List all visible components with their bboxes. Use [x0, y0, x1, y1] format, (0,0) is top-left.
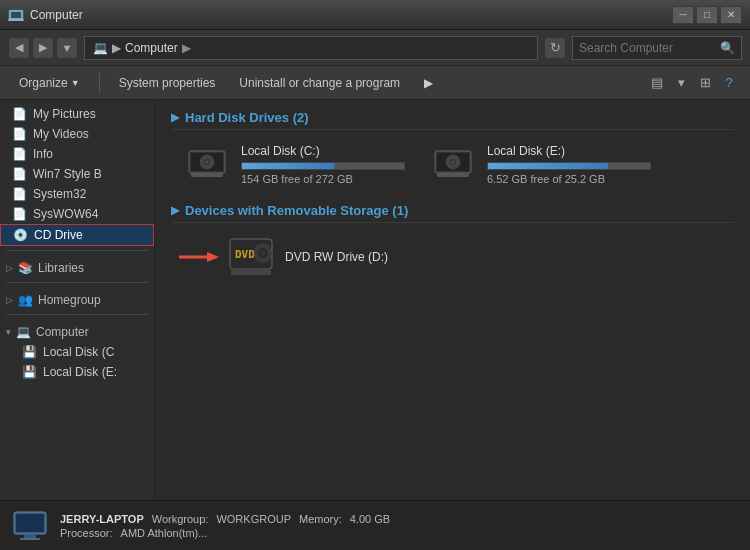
- title-bar: Computer ─ □ ✕: [0, 0, 750, 30]
- svg-rect-2: [8, 19, 24, 21]
- window-title: Computer: [30, 8, 672, 22]
- more-options-arrow: ▶: [424, 76, 433, 90]
- svg-rect-24: [24, 534, 36, 538]
- sidebar-item-my-pictures[interactable]: 📄 My Pictures: [0, 104, 154, 124]
- folder-icon: 📄: [12, 147, 28, 161]
- svg-point-7: [206, 161, 209, 164]
- svg-rect-1: [11, 12, 21, 18]
- sidebar-item-syswow64[interactable]: 📄 SysWOW64: [0, 204, 154, 224]
- forward-button[interactable]: ▶: [32, 37, 54, 59]
- disk-icon-c: [183, 144, 231, 184]
- path-root-label: ▶: [112, 41, 121, 55]
- removable-section: ▶ Devices with Removable Storage (1) DVD: [171, 203, 734, 281]
- back-button[interactable]: ◀: [8, 37, 30, 59]
- organize-button[interactable]: Organize ▼: [10, 71, 89, 95]
- sidebar-libraries[interactable]: ▷ 📚 Libraries: [0, 255, 154, 278]
- window-icon: [8, 7, 24, 23]
- sidebar-local-disk-e[interactable]: 💾 Local Disk (E:: [0, 362, 154, 382]
- homegroup-label: Homegroup: [38, 293, 101, 307]
- search-input[interactable]: [579, 41, 716, 55]
- organize-arrow: ▼: [71, 78, 80, 88]
- view-tiles-button[interactable]: ⊞: [694, 72, 716, 94]
- svg-point-20: [262, 252, 264, 254]
- dvd-drive-label: DVD RW Drive (D:): [285, 250, 388, 264]
- navigation-buttons: ◀ ▶ ▼: [8, 37, 78, 59]
- uninstall-label: Uninstall or change a program: [239, 76, 400, 90]
- computer-icon: 💻: [16, 325, 31, 339]
- status-row-top: JERRY-LAPTOP Workgroup: WORKGROUP Memory…: [60, 513, 390, 525]
- sidebar-item-my-videos[interactable]: 📄 My Videos: [0, 124, 154, 144]
- disk-info-c: Local Disk (C:) 154 GB free of 272 GB: [241, 144, 405, 185]
- library-icon: 📚: [18, 261, 33, 275]
- disk-progress-fill-e: [488, 163, 608, 169]
- disk-item-e[interactable]: Local Disk (E:) 6.52 GB free of 25.2 GB: [425, 140, 655, 189]
- svg-rect-8: [191, 173, 223, 177]
- svg-text:DVD: DVD: [235, 248, 255, 261]
- sidebar-item-label: Info: [33, 147, 53, 161]
- disk-name-c: Local Disk (C:): [241, 144, 405, 158]
- status-row-bottom: Processor: AMD Athlon(tm)...: [60, 527, 390, 539]
- workgroup-label: Workgroup:: [152, 513, 209, 525]
- workgroup-value: WORKGROUP: [216, 513, 291, 525]
- view-icons: ▤ ▾ ⊞ ?: [646, 72, 740, 94]
- red-arrow-annotation: [179, 252, 219, 262]
- sidebar-item-cd-drive[interactable]: 💿 CD Drive: [0, 224, 154, 246]
- close-button[interactable]: ✕: [720, 6, 742, 24]
- more-options-button[interactable]: ▶: [415, 71, 442, 95]
- sidebar-computer[interactable]: ▾ 💻 Computer: [0, 319, 154, 342]
- sidebar-item-win7-style[interactable]: 📄 Win7 Style B: [0, 164, 154, 184]
- sidebar-item-label: My Videos: [33, 127, 89, 141]
- folder-icon: 📄: [12, 127, 28, 141]
- hdd-section-label: Hard Disk Drives (2): [185, 110, 309, 125]
- dvd-icon: DVD: [227, 237, 275, 277]
- minimize-button[interactable]: ─: [672, 6, 694, 24]
- content-area: ▶ Hard Disk Drives (2): [155, 100, 750, 500]
- help-button[interactable]: ?: [718, 72, 740, 94]
- disk-progress-fill-c: [242, 163, 334, 169]
- hdd-expand-arrow: ▶: [171, 111, 179, 124]
- view-toggle-button[interactable]: ▾: [670, 72, 692, 94]
- search-box[interactable]: 🔍: [572, 36, 742, 60]
- processor-value: AMD Athlon(tm)...: [121, 527, 208, 539]
- status-computer-icon: [12, 508, 48, 544]
- sidebar-item-label: My Pictures: [33, 107, 96, 121]
- expand-icon: ▾: [6, 327, 11, 337]
- svg-rect-21: [231, 269, 271, 275]
- removable-section-label: Devices with Removable Storage (1): [185, 203, 408, 218]
- sidebar-item-label: System32: [33, 187, 86, 201]
- sidebar: 📄 My Pictures 📄 My Videos 📄 Info 📄 Win7 …: [0, 100, 155, 500]
- address-path[interactable]: 💻 ▶ Computer ▶: [84, 36, 538, 60]
- svg-rect-25: [20, 538, 40, 540]
- disk-item-c[interactable]: Local Disk (C:) 154 GB free of 272 GB: [179, 140, 409, 189]
- sidebar-item-label: Local Disk (E:: [43, 365, 117, 379]
- window-controls: ─ □ ✕: [672, 6, 742, 24]
- sidebar-item-system32[interactable]: 📄 System32: [0, 184, 154, 204]
- disk-progress-bar-c: [241, 162, 405, 170]
- address-bar: ◀ ▶ ▼ 💻 ▶ Computer ▶ ↻ 🔍: [0, 30, 750, 66]
- removable-item-dvd[interactable]: DVD DVD RW Drive (D:): [171, 233, 734, 281]
- toolbar: Organize ▼ System properties Uninstall o…: [0, 66, 750, 100]
- system-properties-button[interactable]: System properties: [110, 71, 225, 95]
- drive-icon: 💾: [22, 365, 38, 379]
- view-details-button[interactable]: ▤: [646, 72, 668, 94]
- path-root-icon: 💻: [93, 41, 108, 55]
- disk-progress-bar-e: [487, 162, 651, 170]
- sidebar-item-info[interactable]: 📄 Info: [0, 144, 154, 164]
- refresh-button[interactable]: ↻: [544, 37, 566, 59]
- uninstall-button[interactable]: Uninstall or change a program: [230, 71, 409, 95]
- removable-section-header[interactable]: ▶ Devices with Removable Storage (1): [171, 203, 734, 223]
- dvd-with-arrow: DVD: [179, 237, 275, 277]
- maximize-button[interactable]: □: [696, 6, 718, 24]
- sidebar-homegroup[interactable]: ▷ 👥 Homegroup: [0, 287, 154, 310]
- status-info: JERRY-LAPTOP Workgroup: WORKGROUP Memory…: [60, 513, 390, 539]
- sidebar-local-disk-c[interactable]: 💾 Local Disk (C: [0, 342, 154, 362]
- recent-locations-button[interactable]: ▼: [56, 37, 78, 59]
- svg-point-13: [452, 161, 455, 164]
- hdd-section-header[interactable]: ▶ Hard Disk Drives (2): [171, 110, 734, 130]
- drive-icon: 💾: [22, 345, 38, 359]
- cdrom-icon: 💿: [13, 228, 29, 242]
- svg-rect-23: [16, 514, 44, 532]
- disk-free-text-e: 6.52 GB free of 25.2 GB: [487, 173, 651, 185]
- svg-rect-14: [437, 173, 469, 177]
- hdd-section: ▶ Hard Disk Drives (2): [171, 110, 734, 189]
